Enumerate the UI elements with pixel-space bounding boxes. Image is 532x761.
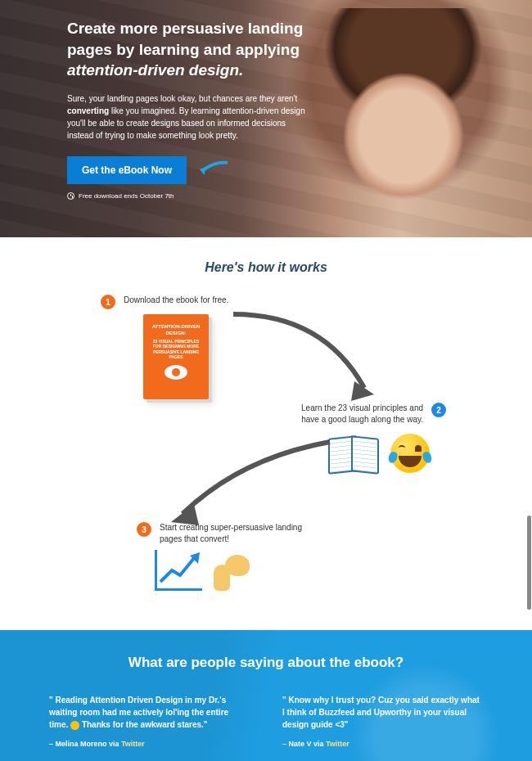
- step-badge-3: 3: [137, 522, 151, 537]
- step-3-text: Start creating super-persuasive landing …: [160, 522, 317, 545]
- flow-arrow-2-icon: [150, 426, 338, 532]
- step-badge-2: 2: [431, 403, 446, 417]
- testimonials-section: What are people saying about the ebook? …: [0, 630, 532, 761]
- scrollbar-thumb[interactable]: [527, 516, 531, 610]
- step-1: 1 Download the ebook for free.: [101, 295, 228, 309]
- laugh-emoji-icon: [390, 434, 430, 473]
- hero-title: Create more persuasive landing pages by …: [67, 18, 337, 81]
- hero-section: Create more persuasive landing pages by …: [0, 0, 532, 237]
- ebook-cover-icon: ATTENTION-DRIVEN DESIGN: 23 VISUAL PRINC…: [143, 314, 209, 399]
- testimonial-2: " Know why I trust you? Cuz you said exa…: [282, 694, 483, 750]
- twitter-link-1[interactable]: Twitter: [121, 740, 145, 748]
- twitter-link-2[interactable]: Twitter: [326, 740, 349, 748]
- flow-arrow-1-icon: [225, 306, 389, 412]
- testimonial-1-author: – Melina Moreno via Twitter: [49, 739, 250, 750]
- offer-note: Free download ends October 7th: [67, 192, 532, 200]
- hero-subtitle: Sure, your landing pages look okay, but …: [67, 92, 313, 142]
- social-title: What are people saying about the ebook?: [49, 655, 483, 671]
- works-title: Here's how it works: [0, 260, 532, 275]
- smile-emoji-icon: [70, 721, 79, 730]
- growth-chart-icon: [155, 550, 202, 591]
- flex-arm-emoji-icon: [214, 553, 251, 591]
- step-2: Learn the 23 visual principles and have …: [284, 403, 446, 426]
- step-badge-1: 1: [101, 295, 115, 309]
- testimonial-2-author: – Nate V via Twitter: [282, 739, 483, 750]
- step-3: 3 Start creating super-persuasive landin…: [137, 522, 317, 545]
- step-2-text: Learn the 23 visual principles and have …: [284, 403, 423, 426]
- how-it-works-section: Here's how it works 1 Download the ebook…: [0, 237, 532, 630]
- clock-icon: [67, 192, 74, 200]
- cta-arrow-icon: [198, 160, 229, 181]
- testimonial-1: " Reading Attention Driven Design in my …: [49, 694, 250, 750]
- step-1-text: Download the ebook for free.: [124, 295, 228, 306]
- get-ebook-button[interactable]: Get the eBook Now: [67, 156, 187, 184]
